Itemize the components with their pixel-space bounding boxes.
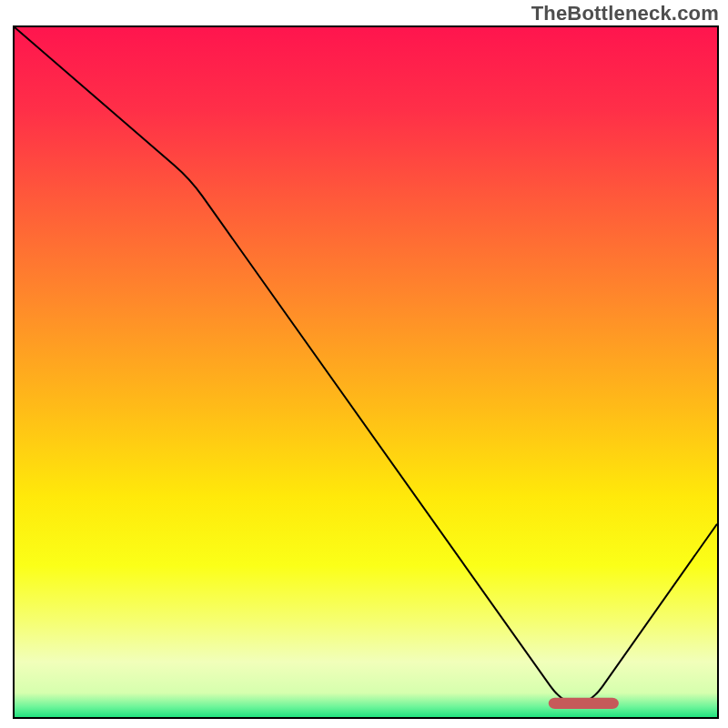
chart-plot-area	[13, 25, 719, 719]
chart-svg	[15, 27, 717, 717]
optimal-range-marker	[549, 698, 619, 709]
chart-background	[15, 27, 717, 717]
watermark-text: TheBottleneck.com	[531, 2, 719, 25]
stage: TheBottleneck.com	[0, 0, 728, 728]
